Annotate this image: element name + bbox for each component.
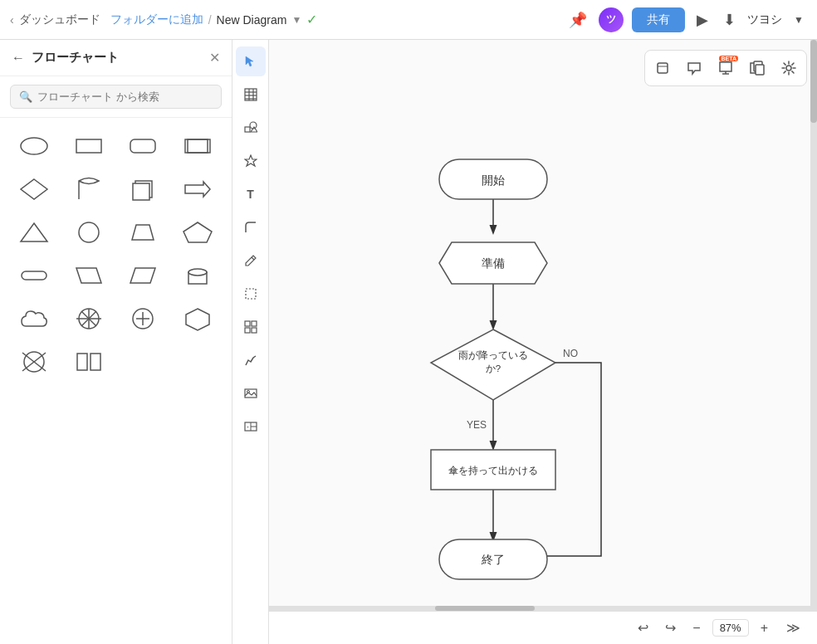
node-prep-label: 準備 bbox=[482, 256, 505, 270]
scroll-thumb[interactable] bbox=[810, 40, 817, 123]
grid-tool[interactable] bbox=[236, 312, 266, 342]
share-button[interactable]: 共有 bbox=[632, 7, 685, 32]
right-scrollbar[interactable] bbox=[810, 40, 817, 611]
shape-circle[interactable] bbox=[65, 214, 113, 251]
sidebar-close-button[interactable]: ✕ bbox=[209, 50, 220, 66]
shape-cross[interactable] bbox=[65, 300, 113, 337]
shape-cloud[interactable] bbox=[10, 300, 58, 337]
shape-skew-rect[interactable] bbox=[120, 257, 168, 294]
svg-point-16 bbox=[188, 269, 207, 276]
folder-link[interactable]: フォルダーに追加 bbox=[110, 12, 203, 27]
shape-parallelogram[interactable] bbox=[65, 257, 113, 294]
search-icon: 🔍 bbox=[19, 90, 32, 103]
svg-rect-12 bbox=[22, 271, 46, 280]
expand-button[interactable]: ≫ bbox=[780, 617, 807, 639]
node-decision-label-2: か? bbox=[486, 363, 501, 373]
svg-rect-37 bbox=[245, 127, 250, 132]
svg-text:+: + bbox=[247, 424, 249, 429]
shape-trapezoid[interactable] bbox=[120, 214, 168, 251]
svg-rect-4 bbox=[185, 139, 208, 153]
bottom-scrollbar[interactable] bbox=[269, 606, 810, 611]
shape-flag[interactable] bbox=[65, 171, 113, 207]
canvas-area: BETA bbox=[269, 40, 817, 644]
breadcrumb: フォルダーに追加 / New Diagram ▼ ✓ bbox=[110, 12, 555, 27]
diagram-name-dropdown-icon[interactable]: ▼ bbox=[291, 14, 301, 26]
status-badge: ✓ bbox=[306, 12, 317, 27]
svg-rect-2 bbox=[130, 139, 155, 153]
shapes-grid bbox=[0, 118, 232, 390]
shape-arrow-right[interactable] bbox=[174, 171, 222, 207]
redo-button[interactable]: ↪ bbox=[660, 617, 681, 639]
sidebar-title: フローチャート bbox=[32, 50, 203, 66]
shape-stadium[interactable] bbox=[10, 257, 58, 294]
user-menu-button[interactable]: ▼ bbox=[790, 11, 807, 29]
star-tool[interactable] bbox=[236, 146, 266, 176]
breadcrumb-separator: / bbox=[208, 13, 212, 27]
svg-marker-25 bbox=[186, 309, 209, 330]
svg-marker-14 bbox=[130, 268, 155, 283]
header: ‹ ダッシュボード フォルダーに追加 / New Diagram ▼ ✓ 📌 ツ… bbox=[0, 0, 817, 40]
shape-triangle[interactable] bbox=[10, 214, 58, 251]
svg-rect-1 bbox=[76, 139, 101, 153]
svg-point-0 bbox=[21, 138, 47, 154]
pen-tool[interactable] bbox=[236, 246, 266, 276]
shape-cylinder[interactable] bbox=[174, 257, 222, 294]
zoom-level[interactable]: 87% bbox=[712, 619, 749, 637]
shape-hexagon[interactable] bbox=[174, 300, 222, 337]
shape-rounded-rect[interactable] bbox=[120, 128, 168, 164]
back-arrow-icon: ‹ bbox=[10, 13, 14, 27]
node-end-label: 終了 bbox=[481, 553, 505, 566]
sidebar-search: 🔍 bbox=[0, 76, 232, 118]
zoom-in-button[interactable]: + bbox=[756, 617, 773, 639]
zoom-out-button[interactable]: − bbox=[687, 617, 705, 639]
svg-rect-44 bbox=[252, 321, 257, 326]
diagram-name-label: New Diagram bbox=[217, 13, 287, 27]
svg-rect-43 bbox=[245, 321, 250, 326]
text-tool[interactable]: T bbox=[236, 179, 266, 209]
present-button[interactable]: ▶ bbox=[693, 7, 712, 32]
svg-rect-42 bbox=[246, 289, 256, 299]
node-decision-label-1: 雨が降っている bbox=[458, 350, 528, 360]
embed-tool[interactable]: + bbox=[236, 412, 266, 442]
svg-rect-7 bbox=[133, 183, 149, 200]
canvas-bottom-bar: ↩ ↪ − 87% + ≫ bbox=[269, 611, 817, 644]
svg-marker-40 bbox=[245, 155, 257, 166]
search-box[interactable]: 🔍 bbox=[10, 85, 222, 109]
search-input[interactable] bbox=[37, 90, 213, 103]
svg-point-9 bbox=[79, 222, 99, 242]
svg-rect-30 bbox=[91, 354, 100, 370]
sidebar-header: ← フローチャート ✕ bbox=[0, 40, 232, 76]
shape-xshape[interactable] bbox=[10, 344, 58, 380]
shape-rect[interactable] bbox=[65, 128, 113, 164]
svg-rect-3 bbox=[188, 139, 210, 153]
frame-tool[interactable] bbox=[236, 279, 266, 309]
undo-button[interactable]: ↩ bbox=[633, 617, 653, 639]
connector-tool[interactable] bbox=[236, 212, 266, 242]
sidebar-back-icon[interactable]: ← bbox=[12, 51, 25, 66]
svg-marker-8 bbox=[21, 223, 47, 242]
diagram: YES NO 開始 準備 雨が降っている か? 傘を持って出かける bbox=[269, 40, 817, 611]
image-tool[interactable] bbox=[236, 378, 266, 408]
chart-tool[interactable] bbox=[236, 345, 266, 375]
back-nav[interactable]: ‹ ダッシュボード bbox=[10, 12, 100, 27]
node-start-label: 開始 bbox=[482, 173, 505, 187]
shape-diamond[interactable] bbox=[10, 171, 58, 207]
bottom-scroll-thumb[interactable] bbox=[435, 606, 535, 611]
shape-ellipse[interactable] bbox=[10, 128, 58, 164]
shape-plus-circle[interactable] bbox=[120, 300, 168, 337]
dashboard-label: ダッシュボード bbox=[19, 12, 100, 27]
shape-pages[interactable] bbox=[120, 171, 168, 207]
node-action-label: 傘を持って出かける bbox=[448, 465, 538, 476]
shape-columns[interactable] bbox=[65, 344, 113, 380]
svg-marker-10 bbox=[132, 225, 154, 240]
download-button[interactable]: ⬇ bbox=[720, 7, 739, 32]
shape-double-rect[interactable] bbox=[174, 128, 222, 164]
avatar[interactable]: ツ bbox=[599, 7, 624, 32]
shape-pentagon[interactable] bbox=[174, 214, 222, 251]
svg-marker-5 bbox=[21, 179, 47, 199]
pin-button[interactable]: 📌 bbox=[565, 7, 590, 32]
tool-panel: T bbox=[232, 40, 269, 644]
shapes-tool[interactable] bbox=[236, 113, 266, 143]
table-tool[interactable] bbox=[236, 80, 266, 110]
select-tool[interactable] bbox=[236, 46, 266, 76]
